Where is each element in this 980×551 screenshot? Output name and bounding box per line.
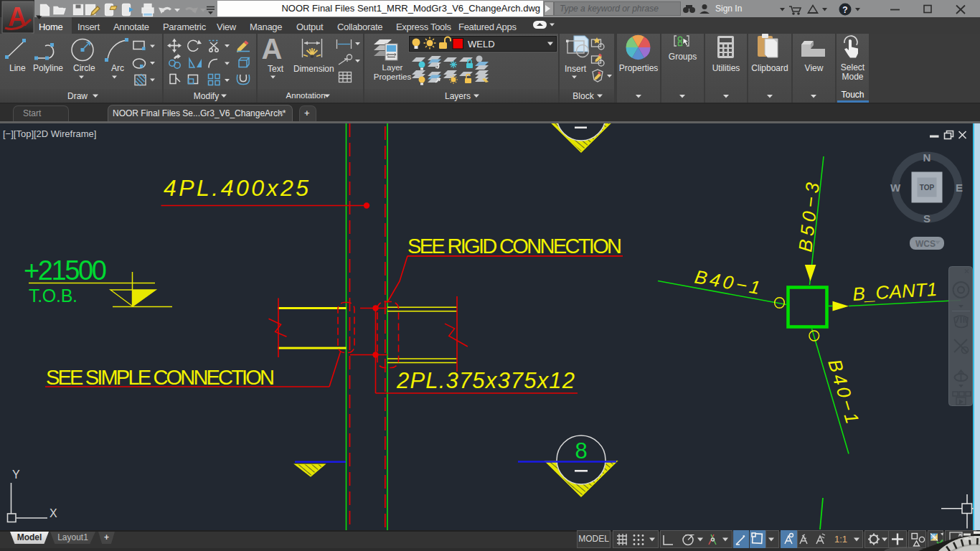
svg-text:A: A xyxy=(262,33,283,65)
svg-text:E: E xyxy=(956,182,963,194)
svg-text:B50−3: B50−3 xyxy=(794,181,824,253)
svg-text:SEE RIGID CONNECTION: SEE RIGID CONNECTION xyxy=(407,235,622,258)
svg-text:+21500: +21500 xyxy=(24,255,106,286)
svg-text:WCS: WCS xyxy=(915,239,936,249)
svg-text:TOP: TOP xyxy=(920,184,935,192)
svg-text:8: 8 xyxy=(575,438,587,463)
svg-text:T.O.B.: T.O.B. xyxy=(29,286,77,306)
svg-text:?: ? xyxy=(842,5,847,15)
svg-text:X: X xyxy=(50,507,57,519)
svg-text:S: S xyxy=(923,212,930,225)
svg-text:W: W xyxy=(890,182,901,194)
svg-text:4PL.400x25: 4PL.400x25 xyxy=(164,175,308,201)
svg-text:Y: Y xyxy=(12,468,20,481)
svg-text:SEE SIMPLE CONNECTION: SEE SIMPLE CONNECTION xyxy=(46,366,275,389)
svg-text:2PL.375x375x12: 2PL.375x375x12 xyxy=(396,368,575,393)
svg-text:N: N xyxy=(923,151,931,164)
svg-text:B_CANT1: B_CANT1 xyxy=(852,278,938,305)
